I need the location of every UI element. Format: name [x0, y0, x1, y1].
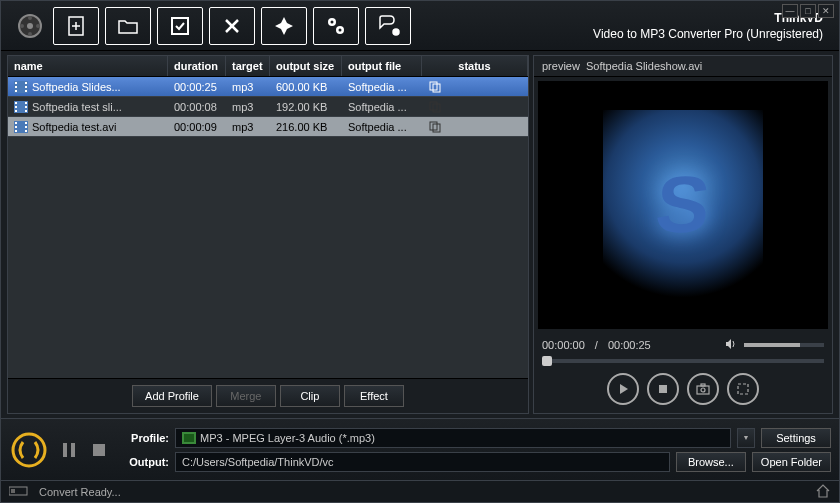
merge-button[interactable]: Merge: [216, 385, 276, 407]
svg-rect-28: [15, 106, 17, 108]
browse-button[interactable]: Browse...: [676, 452, 746, 472]
svg-point-14: [331, 20, 334, 23]
svg-rect-30: [25, 102, 27, 104]
add-profile-button[interactable]: Add Profile: [132, 385, 212, 407]
col-duration[interactable]: duration: [168, 56, 226, 76]
product-title: Video to MP3 Converter Pro (Unregistered…: [411, 27, 823, 41]
col-target[interactable]: target: [226, 56, 270, 76]
svg-rect-51: [71, 443, 75, 457]
open-folder-button[interactable]: [105, 7, 151, 45]
table-row[interactable]: Softpedia test sli...00:00:08mp3192.00 K…: [8, 97, 528, 117]
volume-slider[interactable]: [744, 343, 824, 347]
snapshot-button[interactable]: [687, 373, 719, 405]
svg-rect-31: [25, 106, 27, 108]
row-size: 192.00 KB: [270, 101, 342, 113]
status-text: Convert Ready...: [39, 486, 121, 498]
svg-rect-21: [25, 82, 27, 84]
status-icon: [9, 485, 29, 499]
svg-rect-9: [172, 18, 188, 34]
preview-current-time: 00:00:00: [542, 339, 585, 351]
svg-rect-23: [25, 90, 27, 92]
svg-rect-40: [25, 126, 27, 128]
svg-rect-48: [738, 384, 748, 394]
row-file: Softpedia ...: [342, 101, 422, 113]
svg-rect-29: [15, 110, 17, 112]
profile-label: Profile:: [119, 432, 169, 444]
open-folder-button[interactable]: Open Folder: [752, 452, 831, 472]
video-icon: [14, 101, 28, 113]
svg-point-46: [701, 388, 705, 392]
svg-point-16: [393, 29, 399, 35]
col-name[interactable]: name: [8, 56, 168, 76]
preview-label: preview: [542, 60, 580, 72]
settings-button[interactable]: [313, 7, 359, 45]
add-file-button[interactable]: [53, 7, 99, 45]
row-target: mp3: [226, 81, 270, 93]
help-button[interactable]: [365, 7, 411, 45]
row-name: Softpedia Slides...: [32, 81, 121, 93]
minimize-button[interactable]: —: [782, 4, 798, 18]
svg-rect-36: [15, 122, 17, 124]
profile-select[interactable]: MP3 - MPEG Layer-3 Audio (*.mp3): [175, 428, 731, 448]
col-status[interactable]: status: [422, 56, 528, 76]
clip-button[interactable]: Clip: [280, 385, 340, 407]
effect-button[interactable]: Effect: [344, 385, 404, 407]
row-name: Softpedia test sli...: [32, 101, 122, 113]
effects-button[interactable]: [261, 7, 307, 45]
copy-icon[interactable]: [428, 100, 442, 114]
home-button[interactable]: [815, 483, 831, 501]
row-file: Softpedia ...: [342, 81, 422, 93]
svg-rect-56: [11, 489, 15, 493]
stop-button[interactable]: [647, 373, 679, 405]
copy-icon[interactable]: [428, 120, 442, 134]
svg-rect-39: [25, 122, 27, 124]
col-file[interactable]: output file: [342, 56, 422, 76]
row-file: Softpedia ...: [342, 121, 422, 133]
output-label: Output:: [119, 456, 169, 468]
preview-video[interactable]: [538, 81, 828, 329]
preview-filename: Softpedia Slideshow.avi: [586, 60, 702, 72]
row-duration: 00:00:25: [168, 81, 226, 93]
svg-rect-18: [15, 82, 17, 84]
brand-title: ThinkVD: [411, 11, 823, 25]
svg-rect-47: [701, 384, 705, 386]
convert-button[interactable]: [9, 430, 49, 470]
svg-point-49: [13, 434, 45, 466]
svg-rect-37: [15, 126, 17, 128]
volume-icon[interactable]: [724, 337, 738, 353]
row-size: 600.00 KB: [270, 81, 342, 93]
row-name: Softpedia test.avi: [32, 121, 116, 133]
row-target: mp3: [226, 101, 270, 113]
pause-button[interactable]: [57, 438, 81, 462]
row-duration: 00:00:08: [168, 101, 226, 113]
fullscreen-button[interactable]: [727, 373, 759, 405]
svg-rect-32: [25, 110, 27, 112]
close-button[interactable]: ✕: [818, 4, 834, 18]
check-all-button[interactable]: [157, 7, 203, 45]
profile-dropdown[interactable]: ▼: [737, 428, 755, 448]
svg-rect-19: [15, 86, 17, 88]
svg-point-15: [339, 28, 342, 31]
maximize-button[interactable]: □: [800, 4, 816, 18]
play-button[interactable]: [607, 373, 639, 405]
svg-rect-50: [63, 443, 67, 457]
copy-icon[interactable]: [428, 80, 442, 94]
remove-button[interactable]: [209, 7, 255, 45]
settings-profile-button[interactable]: Settings: [761, 428, 831, 448]
svg-rect-44: [659, 385, 667, 393]
svg-rect-20: [15, 90, 17, 92]
svg-rect-54: [184, 434, 194, 442]
col-size[interactable]: output size: [270, 56, 342, 76]
table-row[interactable]: Softpedia test.avi00:00:09mp3216.00 KBSo…: [8, 117, 528, 137]
seek-slider[interactable]: [542, 359, 824, 363]
svg-rect-22: [25, 86, 27, 88]
output-path-input[interactable]: C:/Users/Softpedia/ThinkVD/vc: [175, 452, 670, 472]
svg-rect-41: [25, 130, 27, 132]
preview-panel: preview Softpedia Slideshow.avi 00:00:00…: [533, 55, 833, 414]
svg-rect-27: [15, 102, 17, 104]
preview-thumbnail: [603, 110, 763, 300]
stop-convert-button[interactable]: [87, 438, 111, 462]
video-icon: [14, 121, 28, 133]
table-row[interactable]: Softpedia Slides...00:00:25mp3600.00 KBS…: [8, 77, 528, 97]
mp3-icon: [182, 432, 196, 444]
